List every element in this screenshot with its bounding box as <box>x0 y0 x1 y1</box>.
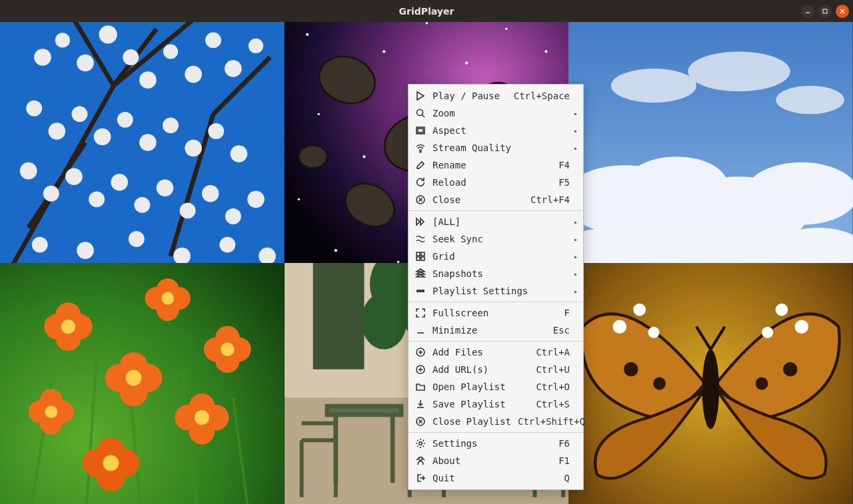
video-cell-3[interactable] <box>568 22 853 263</box>
svg-point-33 <box>180 202 196 218</box>
menu-item-quit[interactable]: QuitQ <box>409 469 583 487</box>
svg-point-142 <box>653 378 666 390</box>
svg-point-44 <box>306 33 309 36</box>
svg-point-140 <box>762 327 773 338</box>
svg-point-50 <box>544 50 547 53</box>
menu-item-shortcut: F6 <box>552 438 570 449</box>
dots-icon <box>413 286 428 296</box>
minimize-button[interactable] <box>801 5 814 18</box>
fullscreen-icon <box>413 308 428 318</box>
menu-item-close-pl[interactable]: Close PlaylistCtrl+Shift+Q <box>409 413 583 430</box>
menu-item-shortcut: Q <box>558 473 570 483</box>
menu-item-seek-sync[interactable]: Seek Sync▸ <box>409 230 583 248</box>
svg-point-32 <box>157 179 174 196</box>
window-title: GridPlayer <box>399 6 454 17</box>
close-button[interactable] <box>836 5 849 18</box>
svg-point-34 <box>202 185 219 202</box>
titlebar[interactable]: GridPlayer <box>0 0 853 22</box>
svg-point-5 <box>34 49 51 66</box>
menu-item-about[interactable]: AboutF1 <box>409 452 583 469</box>
svg-point-25 <box>231 145 248 162</box>
menu-item-playlist-s[interactable]: Playlist Settings▸ <box>409 282 583 300</box>
svg-point-112 <box>195 410 209 425</box>
svg-point-11 <box>163 44 178 59</box>
svg-point-124 <box>361 292 407 349</box>
svg-point-92 <box>161 292 174 305</box>
svg-point-48 <box>465 61 468 64</box>
menu-item-label: Snapshots <box>428 268 563 279</box>
svg-rect-120 <box>313 263 364 370</box>
context-menu[interactable]: Play / PauseCtrl+SpaceZoom▸Aspect▸Stream… <box>408 84 584 490</box>
aspect-icon <box>413 125 428 136</box>
svg-point-117 <box>103 455 119 471</box>
close-x-icon <box>413 194 428 205</box>
menu-item-label: Reload <box>428 177 552 188</box>
menu-item-label: Save Playlist <box>428 399 529 409</box>
svg-point-22 <box>163 117 179 133</box>
svg-point-18 <box>72 106 88 122</box>
video-cell-4[interactable] <box>0 263 285 504</box>
menu-item-play-pause[interactable]: Play / PauseCtrl+Space <box>409 87 583 105</box>
menu-item-snapshots[interactable]: Snapshots▸ <box>409 265 583 282</box>
menu-item-label: Seek Sync <box>428 234 563 244</box>
menu-item-reload[interactable]: ReloadF5 <box>409 174 583 191</box>
submenu-arrow-icon: ▸ <box>570 253 578 260</box>
menu-item-fullscreen[interactable]: FullscreenF <box>409 304 583 322</box>
svg-point-24 <box>208 123 224 139</box>
svg-rect-151 <box>418 128 423 132</box>
menu-item-settings[interactable]: SettingsF6 <box>409 435 583 452</box>
svg-point-14 <box>225 60 242 77</box>
menu-item-shortcut: F4 <box>552 160 570 170</box>
menu-item-grid[interactable]: Grid▸ <box>409 248 583 265</box>
svg-point-29 <box>89 191 105 207</box>
menu-item-label: Zoom <box>428 108 563 119</box>
svg-point-136 <box>634 304 646 316</box>
menu-item-close-item[interactable]: CloseCtrl+F4 <box>409 191 583 208</box>
video-cell-6[interactable] <box>568 263 853 504</box>
menu-item-save-pl[interactable]: Save PlaylistCtrl+S <box>409 395 583 413</box>
svg-point-13 <box>205 32 221 48</box>
about-icon <box>413 455 428 466</box>
svg-point-53 <box>297 198 299 200</box>
svg-point-30 <box>111 174 128 191</box>
video-cell-1[interactable] <box>0 22 285 263</box>
menu-item-add-files[interactable]: Add FilesCtrl+A <box>409 344 583 361</box>
menu-item-rename[interactable]: RenameF4 <box>409 156 583 174</box>
maximize-button[interactable] <box>818 5 832 18</box>
svg-point-47 <box>425 22 427 24</box>
svg-rect-159 <box>421 257 425 260</box>
svg-point-38 <box>77 242 94 259</box>
submenu-arrow-icon: ▸ <box>570 218 578 226</box>
svg-point-152 <box>420 151 421 152</box>
svg-point-135 <box>613 320 626 333</box>
rename-icon <box>413 160 428 170</box>
svg-point-148 <box>417 110 423 116</box>
menu-item-aspect[interactable]: Aspect▸ <box>409 122 583 139</box>
menu-item-add-urls[interactable]: Add URL(s)Ctrl+U <box>409 361 583 378</box>
svg-point-28 <box>65 168 83 185</box>
svg-point-144 <box>756 378 768 390</box>
menu-item-all[interactable]: [ALL]▸ <box>409 213 583 230</box>
menu-item-minimize[interactable]: MinimizeEsc <box>409 322 583 339</box>
svg-point-162 <box>423 290 425 292</box>
svg-point-27 <box>43 186 59 202</box>
minimize-icon <box>413 325 428 336</box>
menu-item-open-pl[interactable]: Open PlaylistCtrl+O <box>409 378 583 395</box>
svg-point-139 <box>776 304 788 316</box>
menu-item-label: Close <box>428 194 524 205</box>
svg-point-39 <box>129 231 145 247</box>
menu-item-stream-q[interactable]: Stream Quality▸ <box>409 139 583 156</box>
svg-point-138 <box>795 320 808 333</box>
menu-item-label: Open Playlist <box>428 381 529 392</box>
svg-point-9 <box>123 49 139 65</box>
quit-icon <box>413 473 428 483</box>
svg-point-17 <box>49 123 66 140</box>
gear-icon <box>413 438 428 449</box>
play-all-icon <box>413 216 428 227</box>
svg-point-46 <box>383 50 385 53</box>
menu-item-zoom[interactable]: Zoom▸ <box>409 105 583 122</box>
menu-item-shortcut: Ctrl+U <box>529 364 570 375</box>
svg-point-54 <box>334 249 337 252</box>
menu-item-label: About <box>428 455 552 466</box>
svg-point-23 <box>185 140 202 157</box>
